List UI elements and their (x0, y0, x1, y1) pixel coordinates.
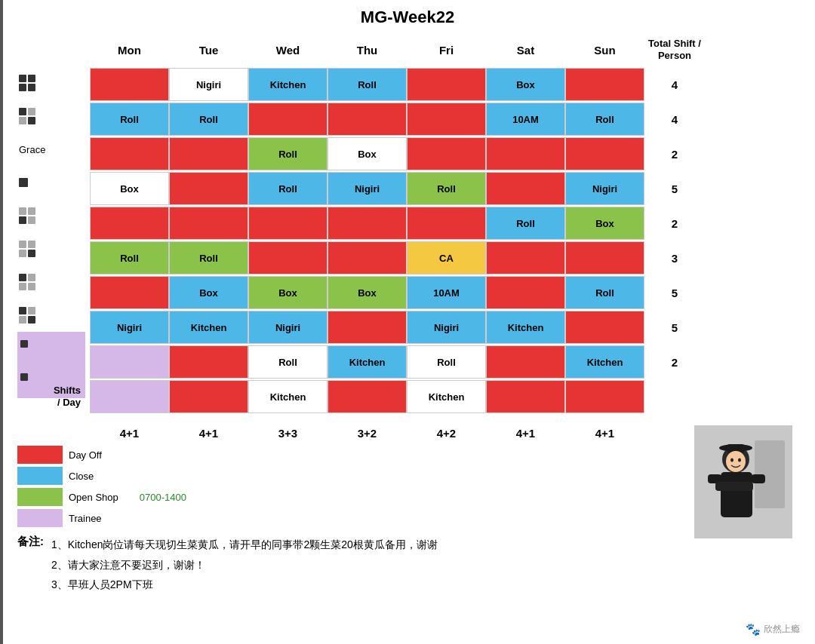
legend-label-purple: Trainee (69, 513, 102, 524)
cell-2-sat: 10AM (486, 103, 565, 136)
day-header-sun: Sun (565, 33, 644, 66)
cell-4-thu: Nigiri (328, 172, 407, 205)
total-10 (644, 380, 705, 413)
legend-blue: Close (17, 467, 244, 485)
legend-color-blue (17, 467, 63, 485)
cell-10-sun (565, 380, 644, 413)
page-title: MG-Week22 (11, 8, 804, 27)
total-4: 5 (644, 172, 705, 205)
avatar-dot (20, 373, 28, 381)
legend-purple: Trainee (17, 509, 244, 527)
cell-6-thu (328, 241, 407, 274)
svg-rect-10 (752, 474, 765, 483)
cell-7-fri: 10AM (407, 276, 486, 309)
names-header (17, 33, 85, 66)
cell-1-fri (407, 68, 486, 101)
legend-label-green: Open Shop (69, 492, 118, 503)
cell-6-mon: Roll (90, 241, 169, 274)
avatar-dot (28, 108, 35, 115)
cell-7-sat (486, 276, 565, 309)
avatar-dot (19, 75, 26, 82)
avatar-dot (19, 274, 26, 281)
cell-8-thu (328, 311, 407, 344)
header-row: Mon Tue Wed Thu Fri Sat Sun Total Shift … (90, 33, 804, 66)
schedule-row-8: Nigiri Kitchen Nigiri Nigiri Kitchen 5 (90, 311, 804, 344)
cell-5-mon (90, 207, 169, 240)
cell-9-thu: Kitchen (328, 345, 407, 379)
cell-2-tue: Roll (169, 103, 248, 136)
cell-9-sun: Kitchen (565, 345, 644, 379)
svg-rect-11 (715, 482, 753, 491)
total-3: 2 (644, 137, 705, 170)
name-cell-5 (17, 199, 85, 232)
total-shift-header: Total Shift / Person (644, 33, 705, 66)
notes-section: 备注: 1、Kitchen岗位请每天现切生菜黄瓜，请开早的同事带2颗生菜20根黄… (17, 535, 804, 595)
legend-label-blue: Close (69, 471, 94, 482)
cell-3-sun (565, 137, 644, 170)
note-3: 3、早班人员2PM下班 (51, 575, 438, 595)
avatar-dot (19, 178, 28, 187)
cell-9-fri: Roll (407, 345, 486, 379)
schedule-row-5: Roll Box 2 (90, 207, 804, 240)
cell-6-tue: Roll (169, 241, 248, 274)
page-container: MG-Week22 (0, 0, 815, 603)
avatar-dot (28, 241, 35, 248)
cell-4-tue (169, 172, 248, 205)
person-photo-svg (694, 425, 792, 538)
cell-3-tue (169, 137, 248, 170)
cell-10-tue (169, 380, 248, 413)
note-1: 1、Kitchen岗位请每天现切生菜黄瓜，请开早的同事带2颗生菜20根黄瓜备用，… (51, 535, 438, 555)
avatar-dot (28, 207, 35, 215)
shifts-mon: 4+1 (90, 416, 169, 449)
schedule-row-2: Roll Roll 10AM Roll 4 (90, 103, 804, 136)
legend-area: Day Off Close Open Shop 0700-1400 Traine… (17, 446, 244, 527)
avatar-dot (19, 216, 26, 224)
cell-3-fri (407, 137, 486, 170)
cell-2-fri (407, 103, 486, 136)
cell-1-sun (565, 68, 644, 101)
shifts-wed: 3+3 (248, 416, 328, 449)
avatar-dot (19, 307, 26, 314)
avatar-dot (19, 316, 26, 324)
cell-8-tue: Kitchen (169, 311, 248, 344)
cell-7-wed: Box (248, 276, 328, 309)
day-header-fri: Fri (407, 33, 486, 66)
cell-7-mon (90, 276, 169, 309)
schedule-row-3: Roll Box 2 (90, 137, 804, 170)
legend-color-green (17, 488, 63, 506)
cell-5-fri (407, 207, 486, 240)
cell-10-wed: Kitchen (248, 380, 328, 413)
cell-7-sun: Roll (565, 276, 644, 309)
cell-4-wed: Roll (248, 172, 328, 205)
cell-2-mon: Roll (90, 103, 169, 136)
total-9: 2 (644, 345, 705, 379)
avatar-dot (20, 340, 28, 348)
legend-time-green: 0700-1400 (140, 492, 186, 503)
name-cell-1 (17, 66, 85, 100)
name-cell-7 (17, 265, 85, 299)
cell-8-fri: Nigiri (407, 311, 486, 344)
avatar-dot (19, 207, 26, 215)
cell-3-sat (486, 137, 565, 170)
cell-6-sun (565, 241, 644, 274)
avatar-dot (28, 250, 35, 257)
avatar-dot (19, 117, 26, 124)
day-header-tue: Tue (169, 33, 248, 66)
cell-5-thu (328, 207, 407, 240)
cell-2-sun: Roll (565, 103, 644, 136)
cell-10-fri: Kitchen (407, 380, 486, 413)
watermark-icon: 🐾 (746, 622, 761, 636)
cell-2-thu (328, 103, 407, 136)
day-header-mon: Mon (90, 33, 169, 66)
note-2: 2、请大家注意不要迟到，谢谢！ (51, 555, 438, 575)
schedule-row-4: Box Roll Nigiri Roll Nigiri 5 (90, 172, 804, 205)
avatar-dot (28, 216, 35, 224)
cell-8-sun (565, 311, 644, 344)
legend-red: Day Off (17, 446, 244, 464)
cell-10-sat (486, 380, 565, 413)
avatar-dot (28, 283, 35, 290)
shifts-day-label: Shifts/ Day (17, 385, 85, 408)
cell-4-fri: Roll (407, 172, 486, 205)
shifts-sun: 4+1 (565, 416, 644, 449)
cell-4-sun: Nigiri (565, 172, 644, 205)
